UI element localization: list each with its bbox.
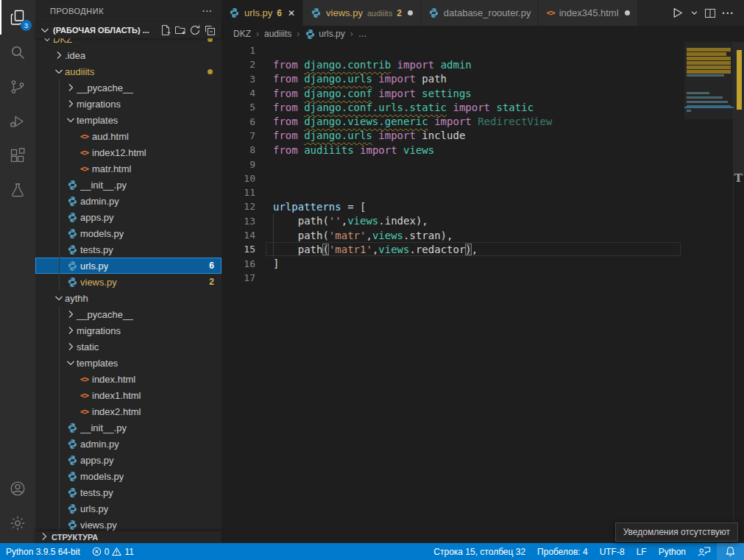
tree-item-views.py[interactable]: views.py <box>35 517 222 531</box>
tree-item-urls.py[interactable]: urls.py6 <box>35 258 222 274</box>
tree-item-apps.py[interactable]: apps.py <box>35 452 222 468</box>
python-file-icon <box>428 7 439 18</box>
tree-item-models.py[interactable]: models.py <box>35 225 222 241</box>
code-line-1[interactable]: 1 <box>222 43 744 57</box>
tree-item-matr.html[interactable]: <>matr.html <box>35 160 222 177</box>
code-line-8[interactable]: 8from audiiits import views <box>222 143 744 157</box>
collapse-all-button[interactable] <box>202 23 217 38</box>
tree-item-index2.html[interactable]: <>index2.html <box>35 403 222 419</box>
tree-item-__pycache__[interactable]: __pycache__ <box>35 79 222 96</box>
code-line-17[interactable]: 17 <box>222 271 744 285</box>
activity-account-button[interactable] <box>0 471 35 506</box>
activity-extensions-button[interactable] <box>0 138 35 173</box>
status-label: UTF-8 <box>600 547 625 557</box>
tree-item-__init__.py[interactable]: __init__.py <box>35 419 222 436</box>
tree-item-index1.html[interactable]: <>index1.html <box>35 387 222 403</box>
activity-search-button[interactable] <box>0 35 35 69</box>
code-line-16[interactable]: 16] <box>222 256 744 270</box>
tree-item-admin.py[interactable]: admin.py <box>35 193 222 209</box>
close-icon[interactable]: ✕ <box>288 8 295 18</box>
code-line-10[interactable]: 10 <box>222 171 744 185</box>
new-file-button[interactable] <box>158 23 173 38</box>
code-line-5[interactable]: 5from django.conf.urls.static import sta… <box>222 100 744 114</box>
code-line-3[interactable]: 3from django.urls import path <box>222 72 744 86</box>
activity-settings-button[interactable] <box>0 506 35 540</box>
more-actions-button[interactable]: ··· <box>720 4 737 23</box>
workspace-section-header[interactable]: (РАБОЧАЯ ОБЛАСТЬ) ... <box>35 22 222 38</box>
tree-item-__pycache__[interactable]: __pycache__ <box>35 306 222 322</box>
sidebar-more-icon[interactable]: ··· <box>202 7 213 15</box>
minimap[interactable] <box>684 42 734 543</box>
tree-item-aud.html[interactable]: <>aud.html <box>35 128 222 144</box>
problems[interactable]: 011 <box>86 543 140 560</box>
tree-item-urls.py[interactable]: urls.py <box>35 500 222 517</box>
code-line-7[interactable]: 7from django.urls import include <box>222 129 744 143</box>
tree-item-migrations[interactable]: migrations <box>35 322 222 339</box>
code-line-12[interactable]: 12urlpatterns = [ <box>222 199 744 213</box>
tree-item-index12.html[interactable]: <>index12.html <box>35 144 222 160</box>
code-editor[interactable]: 12from django.contrib import admin3from … <box>222 42 744 543</box>
tree-item-tests.py[interactable]: tests.py <box>35 484 222 500</box>
tree-item-index.html[interactable]: <>index.html <box>35 371 222 387</box>
feedback[interactable] <box>692 543 717 560</box>
breadcrumb-item-DKZ[interactable]: DKZ <box>233 29 251 39</box>
run-dropdown-button[interactable] <box>688 4 701 23</box>
tree-item-migrations[interactable]: migrations <box>35 96 222 112</box>
code-token <box>298 144 304 156</box>
activity-explorer-button[interactable]: 3 <box>0 0 35 35</box>
eol[interactable]: LF <box>631 543 653 560</box>
breadcrumb-item-audiiits[interactable]: audiiits <box>264 29 291 39</box>
refresh-button[interactable] <box>188 23 202 38</box>
cursor-position[interactable]: Строка 15, столбец 32 <box>428 543 531 560</box>
tree-item-views.py[interactable]: views.py2 <box>35 274 222 290</box>
new-folder-button[interactable] <box>173 23 188 38</box>
tree-item-templates[interactable]: templates <box>35 112 222 128</box>
breadcrumb-item-…[interactable]: … <box>358 29 367 39</box>
code-line-9[interactable]: 9 <box>222 157 744 171</box>
tree-item-label: audiiits <box>65 66 94 77</box>
line-number: 5 <box>222 102 255 113</box>
code-token: , <box>366 230 372 241</box>
activity-run-debug-button[interactable] <box>0 104 35 138</box>
tree-item-__init__.py[interactable]: __init__.py <box>35 177 222 193</box>
code-line-14[interactable]: 14 path('matr',views.stran), <box>222 228 744 242</box>
python-file-icon <box>65 212 80 223</box>
code-line-4[interactable]: 4from django.conf import settings <box>222 86 744 100</box>
indent-guide <box>273 214 274 257</box>
activity-source-control-button[interactable] <box>0 69 35 104</box>
encoding[interactable]: UTF-8 <box>594 543 631 560</box>
language-mode[interactable]: Python <box>653 543 692 560</box>
tree-item-aythh[interactable]: aythh <box>35 290 222 306</box>
tab-database_roouter.py[interactable]: database_roouter.py <box>421 0 539 26</box>
code-line-15[interactable]: 15 path('matr1',views.redactor), <box>222 242 744 256</box>
tab-urls.py[interactable]: urls.py6✕ <box>222 0 303 26</box>
tree-item-models.py[interactable]: models.py <box>35 468 222 484</box>
run-button[interactable] <box>668 4 687 23</box>
tree-item-DKZ[interactable]: DKZ <box>35 38 222 47</box>
tree-item-audiiits[interactable]: audiiits <box>35 63 222 79</box>
code-line-6[interactable]: 6from django.views.generic import Redire… <box>222 114 744 128</box>
python-interpreter[interactable]: Python 3.9.5 64-bit <box>0 543 86 560</box>
tab-views.py[interactable]: views.pyaudiiits2 <box>303 0 421 26</box>
outline-section-header[interactable]: СТРУКТУРА <box>35 531 222 543</box>
breadcrumb-separator: › <box>297 29 300 39</box>
tree-item-templates[interactable]: templates <box>35 355 222 371</box>
code-line-11[interactable]: 11 <box>222 185 744 199</box>
tree-item-.idea[interactable]: .idea <box>35 47 222 63</box>
tab-index345.html[interactable]: <>index345.html <box>539 0 637 26</box>
code-line-2[interactable]: 2from django.contrib import admin <box>222 57 744 71</box>
tree-item-admin.py[interactable]: admin.py <box>35 436 222 452</box>
indentation[interactable]: Пробелов: 4 <box>531 543 594 560</box>
tree-item-label: templates <box>77 358 118 369</box>
tree-item-tests.py[interactable]: tests.py <box>35 241 222 258</box>
split-editor-button[interactable] <box>702 4 718 23</box>
code-line-13[interactable]: 13 path('',views.index), <box>222 214 744 228</box>
tree-item-apps.py[interactable]: apps.py <box>35 209 222 225</box>
notifications-bell[interactable] <box>717 543 744 560</box>
code-text: from django.urls import include <box>255 130 465 141</box>
tree-item-static[interactable]: static <box>35 339 222 355</box>
tree-item-label: aythh <box>65 293 88 304</box>
activity-testing-button[interactable] <box>0 173 35 208</box>
breadcrumb-item-urls.py[interactable]: urls.py <box>305 29 344 40</box>
sidebar-header: ПРОВОДНИК ··· <box>35 0 222 22</box>
